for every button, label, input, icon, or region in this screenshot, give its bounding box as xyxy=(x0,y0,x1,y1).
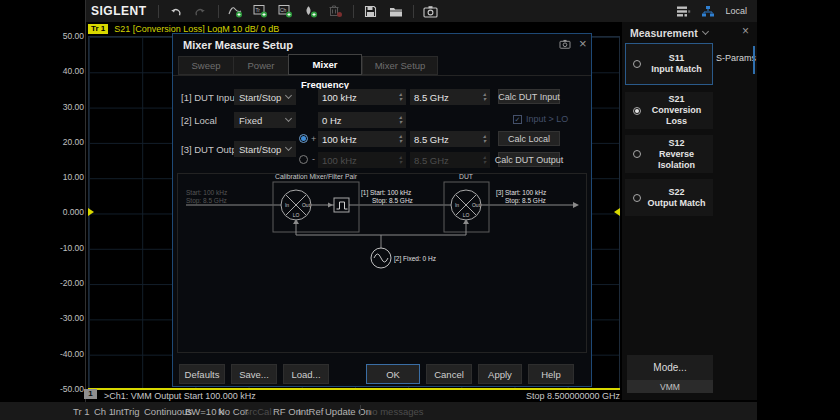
mode-button[interactable]: Mode... xyxy=(627,355,713,380)
local-fixed-field[interactable]: 0 Hz▴▾ xyxy=(318,112,406,128)
status-update[interactable]: Update On xyxy=(325,406,371,417)
trace-badge[interactable]: Tr 1 xyxy=(88,24,108,34)
local-remote-status[interactable]: Local xyxy=(725,6,747,16)
siglent-logo: SIGLENT xyxy=(91,4,147,18)
save-button[interactable]: Save... xyxy=(231,364,277,384)
load-button[interactable]: Load... xyxy=(283,364,329,384)
tab-power[interactable]: Power xyxy=(233,56,288,75)
mixer1-port-out: Out xyxy=(302,202,311,208)
apply-button[interactable]: Apply xyxy=(478,364,522,384)
radio-selected-icon xyxy=(633,107,641,115)
measurement-item-s12[interactable]: S12 Reverse Isolation xyxy=(625,135,713,173)
status-channel[interactable]: Ch 1 xyxy=(94,406,114,417)
spinner-icon[interactable]: ▴▾ xyxy=(483,134,486,144)
y-tick: 50.00 xyxy=(40,31,84,41)
spinner-icon[interactable]: ▴▾ xyxy=(399,92,402,102)
mixer1-port-lo: LO xyxy=(293,212,300,218)
save-icon[interactable] xyxy=(363,3,379,19)
spinner-icon[interactable]: ▴▾ xyxy=(399,115,402,125)
dut-input-label: [1] DUT Input xyxy=(181,92,237,103)
dut-output-minus-stop-field: 8.5 GHz▴▾ xyxy=(410,152,490,168)
spinner-icon[interactable]: ▴▾ xyxy=(399,134,402,144)
undo-icon[interactable] xyxy=(168,3,184,19)
y-tick: -10.00 xyxy=(40,243,84,253)
panel-close-icon[interactable]: × xyxy=(742,24,749,38)
mode-value-badge[interactable]: VMM xyxy=(627,380,713,393)
dut-input-mode-dropdown[interactable]: Start/Stop xyxy=(234,89,296,105)
measurement-item-label: S21 Conversion Loss xyxy=(641,94,712,127)
dut-output-plus-start-field[interactable]: 100 kHz▴▾ xyxy=(318,131,406,147)
trace-parameters-label[interactable]: S21 [Conversion Loss] LogM 10 dB/ 0 dB xyxy=(114,24,279,34)
dut-output-plus-radio[interactable] xyxy=(299,134,308,143)
y-tick: 20.00 xyxy=(40,137,84,147)
dut-input-stop-value: 8.5 GHz xyxy=(414,92,483,103)
spinner-icon[interactable]: ▴▾ xyxy=(483,92,486,102)
measurement-item-s11[interactable]: S11 Input Match xyxy=(625,43,713,85)
y-tick: -40.00 xyxy=(40,349,84,359)
add-channel-icon[interactable]: Ch xyxy=(278,3,294,19)
help-button[interactable]: Help xyxy=(528,364,574,384)
ok-button[interactable]: OK xyxy=(366,364,420,384)
tab-mixer-frequency[interactable]: Mixer Frequency xyxy=(288,54,362,75)
status-trace[interactable]: Tr 1 xyxy=(73,406,90,417)
y-tick: -50.00 xyxy=(40,384,84,394)
local-mode-dropdown[interactable]: Fixed xyxy=(234,112,296,128)
tab-sweep[interactable]: Sweep xyxy=(178,56,233,75)
screenshot-icon[interactable] xyxy=(423,3,439,19)
reference-level-marker-left xyxy=(88,208,94,216)
add-trace-icon[interactable] xyxy=(228,3,244,19)
diagram-out-stop: Stop: 8.5 GHz xyxy=(505,197,546,205)
calc-dut-output-button[interactable]: Calc DUT Output xyxy=(498,152,560,167)
tab-mixer-setup[interactable]: Mixer Setup xyxy=(362,56,438,75)
delete-icon xyxy=(328,3,344,19)
spinner-icon: ▴▾ xyxy=(483,155,486,165)
defaults-button[interactable]: Defaults xyxy=(179,364,225,384)
open-icon[interactable] xyxy=(388,3,404,19)
cancel-button[interactable]: Cancel xyxy=(426,364,472,384)
tab-content-divider xyxy=(173,75,591,76)
calc-local-button[interactable]: Calc Local xyxy=(498,131,560,146)
dut-input-start-value: 100 kHz xyxy=(322,92,399,103)
dialog-close-icon[interactable]: × xyxy=(579,36,587,51)
measurement-title-text: Measurement xyxy=(630,27,698,39)
lan-icon[interactable] xyxy=(700,3,716,19)
toolbar-separator xyxy=(353,5,354,18)
s-parameter-code: S21 xyxy=(641,94,712,105)
measurement-panel-title[interactable]: Measurement xyxy=(630,27,708,39)
status-trigger[interactable]: IntTrig xyxy=(113,406,140,417)
dut-output-minus-radio[interactable] xyxy=(299,155,308,164)
plus-start-value: 100 kHz xyxy=(322,134,399,145)
s-parameter-name: Reverse Isolation xyxy=(641,149,712,171)
calc-dut-input-button[interactable]: Calc DUT Input xyxy=(498,89,560,104)
local-mode-value: Fixed xyxy=(239,115,262,126)
dut-output-mode-dropdown[interactable]: Start/Stop xyxy=(234,141,296,157)
dut-input-start-field[interactable]: 100 kHz▴▾ xyxy=(318,89,406,105)
diagram-input-start: Start: 100 kHz xyxy=(186,189,227,196)
diagram-input-stop: Stop: 8.5 GHz xyxy=(186,197,227,205)
input-gt-lo-checkbox: ✓ Input > LO xyxy=(513,114,568,124)
dut-output-plus-stop-field[interactable]: 8.5 GHz▴▾ xyxy=(410,131,490,147)
toolbar-separator xyxy=(413,5,414,18)
mixer-diagram: Start: 100 kHz Stop: 8.5 GHz Calibration… xyxy=(175,172,589,274)
measurement-item-s21[interactable]: S21 Conversion Loss xyxy=(625,92,713,129)
radio-icon xyxy=(633,60,641,68)
window-layout-icon[interactable] xyxy=(675,3,691,19)
plus-sign: + xyxy=(311,134,316,144)
status-reference[interactable]: IntRef xyxy=(298,406,323,417)
s-parameter-code: S11 xyxy=(641,53,712,64)
diagram-mid-start: [1] Start: 100 kHz xyxy=(361,189,411,197)
dut-input-stop-field[interactable]: 8.5 GHz▴▾ xyxy=(410,89,490,105)
dialog-camera-icon[interactable] xyxy=(559,39,571,49)
measurement-item-label: S22 Output Match xyxy=(641,187,712,209)
tab-s-params[interactable]: S-Params xyxy=(716,53,756,63)
svg-text:Ch: Ch xyxy=(280,7,287,13)
add-trace-window-icon[interactable]: Tr xyxy=(253,3,269,19)
add-marker-icon[interactable] xyxy=(303,3,319,19)
radio-icon xyxy=(633,150,641,158)
measurement-item-label: S12 Reverse Isolation xyxy=(641,138,712,171)
y-tick: 10.00 xyxy=(40,172,84,182)
status-rf-power[interactable]: RF On xyxy=(273,406,301,417)
redo-icon xyxy=(193,3,209,19)
measurement-item-s22[interactable]: S22 Output Match xyxy=(625,179,713,216)
channel-sweep-start-status: >Ch1: VMM Output Start 100.000 kHz xyxy=(104,391,256,401)
